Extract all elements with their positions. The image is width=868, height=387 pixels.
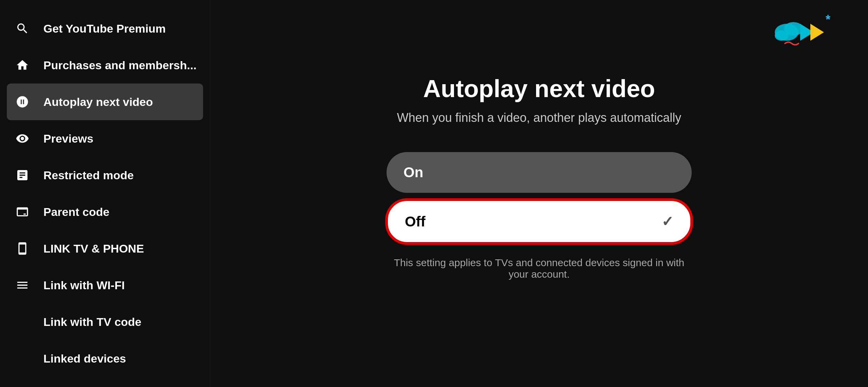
option-on-label: On	[403, 164, 423, 181]
logo-area: *	[766, 14, 841, 54]
sidebar: Get YouTube Premium Purchases and member…	[0, 0, 210, 387]
page-title: Autoplay next video	[423, 75, 655, 103]
option-off-button[interactable]: Off ✓	[387, 200, 692, 243]
sidebar-item-label: Link with WI-FI	[43, 279, 125, 292]
sidebar-item-label: Previews	[43, 132, 93, 145]
sidebar-item-label: LINK TV & PHONE	[43, 242, 144, 255]
svg-point-2	[775, 31, 788, 41]
page-subtitle: When you finish a video, another plays a…	[397, 111, 681, 125]
menu-icon	[14, 276, 31, 294]
footer-note: This setting applies to TVs and connecte…	[387, 257, 692, 280]
checkmark-icon: ✓	[662, 213, 673, 230]
sidebar-item-link-wifi[interactable]: Link with WI-FI	[0, 267, 210, 303]
search-icon	[14, 20, 31, 37]
restricted-icon	[14, 166, 31, 184]
empty-icon	[14, 313, 31, 331]
autoplay-icon	[14, 93, 31, 111]
sidebar-item-get-premium[interactable]: Get YouTube Premium	[0, 10, 210, 47]
sidebar-item-label: Parent code	[43, 205, 110, 219]
sidebar-item-linked-devices[interactable]: Linked devices	[0, 340, 210, 377]
sidebar-item-previews[interactable]: Previews	[0, 120, 210, 157]
sidebar-item-parent-code[interactable]: Parent code	[0, 194, 210, 230]
parent-code-icon	[14, 203, 31, 221]
sidebar-item-label: Linked devices	[43, 352, 126, 365]
svg-text:*: *	[826, 14, 830, 26]
sidebar-item-autoplay[interactable]: Autoplay next video	[7, 84, 203, 120]
main-content: * Autoplay next video When you finish a …	[210, 0, 868, 387]
home-icon	[14, 56, 31, 74]
sidebar-item-label: Restricted mode	[43, 169, 134, 182]
sidebar-item-label: Get YouTube Premium	[43, 22, 166, 35]
option-off-label: Off	[405, 214, 426, 230]
sidebar-item-link-tv-code[interactable]: Link with TV code	[0, 303, 210, 340]
previews-icon	[14, 130, 31, 147]
option-on-button[interactable]: On	[387, 152, 692, 193]
sidebar-item-purchases[interactable]: Purchases and membersh...	[0, 47, 210, 84]
sidebar-item-label: Link with TV code	[43, 315, 141, 329]
logo-icon: *	[766, 14, 841, 54]
link-tv-phone-icon	[14, 240, 31, 257]
empty-icon2	[14, 350, 31, 367]
sidebar-item-label: Purchases and membersh...	[43, 59, 197, 72]
sidebar-item-label: Autoplay next video	[43, 95, 153, 109]
svg-marker-4	[810, 24, 824, 41]
sidebar-item-restricted[interactable]: Restricted mode	[0, 157, 210, 194]
options-container: On Off ✓	[387, 152, 692, 243]
sidebar-item-link-tv-phone[interactable]: LINK TV & PHONE	[0, 230, 210, 267]
